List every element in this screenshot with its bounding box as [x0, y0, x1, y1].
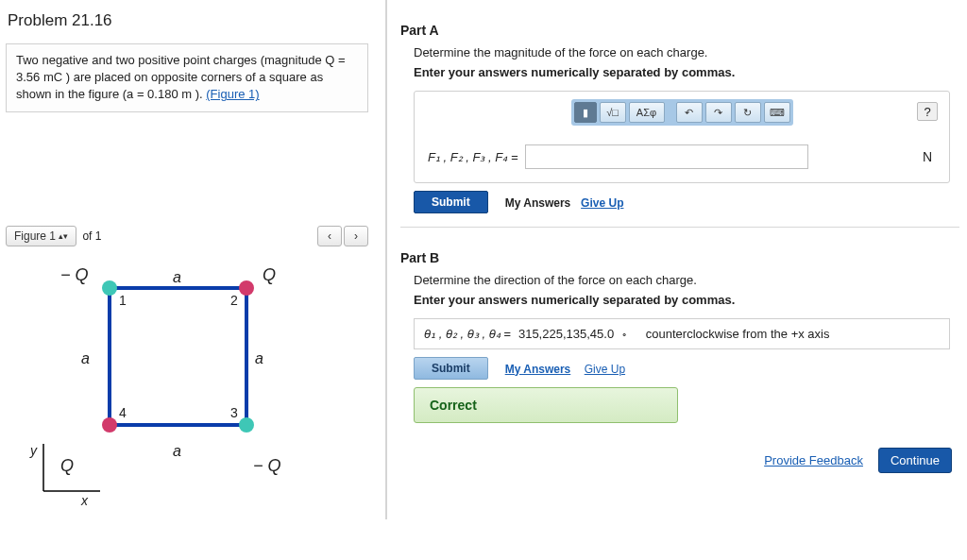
figure-link[interactable]: (Figure 1): [206, 87, 259, 101]
toolbar-help-button[interactable]: ?: [917, 102, 938, 121]
tool-sqrt-icon[interactable]: √□: [600, 102, 626, 123]
part-b-trailing: counterclockwise from the +x axis: [646, 327, 830, 341]
part-b-give-up-link[interactable]: Give Up: [585, 363, 625, 376]
label-minusQ-tl: − Q: [60, 265, 89, 285]
part-a-heading: Part A: [400, 23, 959, 38]
part-b-instruction: Determine the direction of the force on …: [414, 273, 959, 287]
part-a-my-answers-label: My Answers: [505, 196, 571, 210]
undo-icon[interactable]: ↶: [676, 102, 703, 123]
part-b-answer-box: θ₁ , θ₂ , θ₃ , θ₄ = 315,225,135,45.0 ∘ c…: [414, 318, 950, 349]
label-minusQ-br: − Q: [253, 456, 281, 476]
part-b-value: 315,225,135,45.0: [518, 327, 614, 341]
part-b-my-answers-link[interactable]: My Answers: [505, 363, 571, 376]
part-a-submit-button[interactable]: Submit: [414, 191, 488, 213]
part-a-give-up-link[interactable]: Give Up: [581, 196, 623, 210]
equation-toolbar: ▮ √□ ΑΣφ ↶ ↷ ↻ ⌨ ?: [415, 92, 949, 129]
provide-feedback-link[interactable]: Provide Feedback: [764, 453, 863, 467]
part-a-variable-label: F₁ , F₂ , F₃ , F₄ =: [428, 150, 517, 164]
corner-2: 2: [230, 293, 238, 308]
corner-4: 4: [119, 405, 127, 420]
tool-template-icon[interactable]: ▮: [574, 102, 597, 123]
continue-button[interactable]: Continue: [878, 448, 952, 473]
part-b-variable-label: θ₁ , θ₂ , θ₃ , θ₄ =: [424, 327, 511, 341]
part-a-instruction-bold: Enter your answers numerically separated…: [414, 65, 959, 79]
figure-of-label: of 1: [82, 229, 101, 243]
part-a-input[interactable]: [525, 144, 808, 169]
correct-feedback: Correct: [414, 387, 678, 423]
part-b-heading: Part B: [400, 250, 959, 265]
problem-description-text: Two negative and two positive point char…: [16, 53, 346, 101]
axis-x: x: [81, 493, 88, 508]
label-a-right: a: [255, 350, 263, 367]
problem-title: Problem 21.16: [8, 11, 366, 30]
corner-1: 1: [119, 293, 127, 308]
svg-point-6: [102, 280, 117, 296]
figure-nav-bar: Figure 1 ▴▾ of 1 ‹ ›: [6, 226, 368, 246]
problem-description: Two negative and two positive point char…: [6, 43, 368, 112]
tool-greek-icon[interactable]: ΑΣφ: [629, 102, 665, 123]
axis-y: y: [30, 443, 37, 458]
part-a-answer-box: ▮ √□ ΑΣφ ↶ ↷ ↻ ⌨ ? F₁ , F₂ , F₃ , F₄ = N: [414, 91, 950, 183]
label-plusQ-tr: Q: [263, 265, 276, 285]
label-a-left: a: [81, 350, 90, 367]
figure-selector-label: Figure: [14, 229, 46, 243]
label-a-top: a: [173, 269, 181, 286]
figure-next-button[interactable]: ›: [344, 226, 368, 246]
part-a-instruction: Determine the magnitude of the force on …: [414, 45, 959, 59]
corner-3: 3: [230, 405, 238, 420]
figure-prev-button[interactable]: ‹: [317, 226, 342, 246]
part-b-submit-button[interactable]: Submit: [414, 357, 488, 380]
svg-point-7: [239, 280, 254, 296]
part-b-instruction-bold: Enter your answers numerically separated…: [414, 293, 959, 307]
dropdown-icon: ▴▾: [59, 231, 68, 241]
label-plusQ-bl: Q: [60, 456, 74, 476]
degree-icon: ∘: [621, 329, 627, 339]
figure-canvas: − Q Q Q − Q a a a a 1 2 3 4 y x: [6, 250, 355, 510]
reset-icon[interactable]: ↻: [735, 102, 761, 123]
figure-selector-index: 1: [49, 229, 56, 243]
figure-selector[interactable]: Figure 1 ▴▾: [6, 226, 76, 246]
label-a-bottom: a: [173, 443, 181, 460]
svg-point-9: [102, 417, 117, 433]
keyboard-icon[interactable]: ⌨: [764, 102, 790, 123]
redo-icon[interactable]: ↷: [705, 102, 732, 123]
part-a-unit: N: [923, 149, 932, 164]
svg-point-8: [239, 417, 254, 433]
